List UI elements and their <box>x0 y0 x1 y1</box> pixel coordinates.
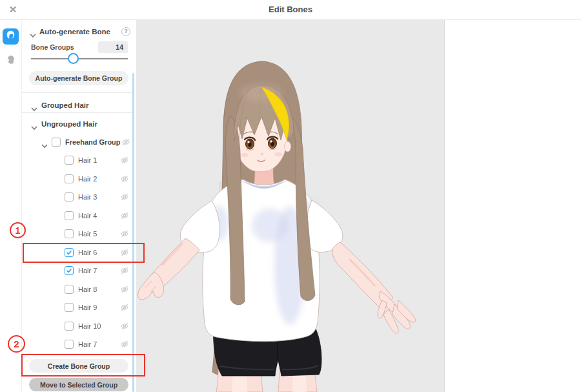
checkbox[interactable] <box>65 248 74 257</box>
properties-panel-empty <box>444 20 581 392</box>
ungrouped-hair-section[interactable]: Ungrouped Hair <box>31 117 130 131</box>
checkbox[interactable] <box>65 174 74 183</box>
tree-item-label: Hair 2 <box>78 175 97 183</box>
checkbox[interactable] <box>65 229 74 238</box>
bone-groups-row: Bone Groups 14 <box>31 41 128 53</box>
tree-item-label: Hair 9 <box>78 304 97 311</box>
checkbox[interactable] <box>65 322 74 331</box>
checkbox[interactable] <box>52 138 61 147</box>
chevron-down-icon <box>30 29 36 34</box>
divider <box>22 92 134 93</box>
tree-item-label: Hair 4 <box>78 212 97 220</box>
eye-slash-icon[interactable] <box>120 303 129 312</box>
tree-item-freehand-group[interactable]: Freehand Group <box>41 134 130 150</box>
tree-item-label: Hair 8 <box>78 285 97 293</box>
hair-tool-button[interactable] <box>3 28 19 45</box>
checkbox[interactable] <box>65 192 74 201</box>
checkbox[interactable] <box>65 340 74 349</box>
edit-bones-window: Edit Bones ✕ Auto-generate Bone ? Bone G… <box>0 0 581 392</box>
tree-item-label: Hair 6 <box>78 249 97 256</box>
tree-item-label: Hair 1 <box>78 156 97 164</box>
tree-item-hair-7[interactable]: Hair 7 <box>22 335 136 354</box>
slider-thumb[interactable] <box>68 53 79 64</box>
eye-slash-icon[interactable] <box>120 192 129 201</box>
eye-slash-icon[interactable] <box>120 156 129 165</box>
eye-slash-icon[interactable] <box>120 322 129 331</box>
tree-item-hair-1[interactable]: Hair 1 <box>22 151 136 170</box>
section-title: Auto-generate Bone <box>39 28 118 36</box>
chevron-down-icon <box>31 103 37 108</box>
chevron-down-icon <box>31 121 37 127</box>
bone-panel: Auto-generate Bone ? Bone Groups 14 Auto… <box>22 20 136 392</box>
tree-item-label: Hair 10 <box>78 322 101 330</box>
tree-item-label: Freehand Group <box>65 138 121 146</box>
tree-item-hair-4[interactable]: Hair 4 <box>22 207 136 225</box>
create-bone-group-button[interactable]: Create Bone Group <box>29 359 128 373</box>
tree-item-hair-2[interactable]: Hair 2 <box>22 170 136 189</box>
grouped-hair-section[interactable]: Grouped Hair <box>31 98 130 112</box>
face-tool-button[interactable] <box>3 53 19 69</box>
eye-slash-icon[interactable] <box>120 340 129 349</box>
tree-item-label: Hair 7 <box>78 267 97 274</box>
tree-item-hair-8[interactable]: Hair 8 <box>22 280 136 299</box>
bone-groups-value[interactable]: 14 <box>98 41 128 53</box>
3d-viewport[interactable] <box>136 20 444 392</box>
tree-item-label: Hair 7 <box>78 340 97 348</box>
page-title: Edit Bones <box>0 0 581 19</box>
panel-scrollbar[interactable] <box>132 73 134 392</box>
help-icon[interactable]: ? <box>121 27 130 36</box>
section-title: Grouped Hair <box>41 101 88 109</box>
checkbox[interactable] <box>65 285 74 294</box>
window-header: Edit Bones ✕ <box>0 0 581 20</box>
tree-item-hair-6[interactable]: Hair 6 <box>22 243 136 262</box>
auto-generate-section-header[interactable]: Auto-generate Bone ? <box>30 26 130 37</box>
divider <box>22 112 134 113</box>
eye-slash-icon[interactable] <box>120 248 129 257</box>
checkbox[interactable] <box>65 156 74 165</box>
tree-item-hair-5[interactable]: Hair 5 <box>22 225 136 243</box>
hair-icon <box>5 30 16 43</box>
tree-item-hair-7[interactable]: Hair 7 <box>22 262 136 280</box>
slider-track <box>31 58 128 59</box>
eye-slash-icon[interactable] <box>120 266 129 275</box>
auto-generate-bone-group-button[interactable]: Auto-generate Bone Group <box>29 71 128 85</box>
eye-slash-icon[interactable] <box>121 138 130 147</box>
hair-item-list: Hair 1Hair 2Hair 3Hair 4Hair 5Hair 6Hair… <box>22 151 136 354</box>
tree-item-label: Hair 3 <box>78 193 97 201</box>
close-icon[interactable]: ✕ <box>6 0 20 19</box>
checkbox[interactable] <box>65 303 74 312</box>
chevron-down-icon <box>41 139 48 145</box>
tree-item-hair-10[interactable]: Hair 10 <box>22 317 136 336</box>
tool-rail <box>0 20 22 392</box>
eye-slash-icon[interactable] <box>120 229 129 238</box>
eye-slash-icon[interactable] <box>120 174 129 183</box>
move-to-selected-group-button[interactable]: Move to Selected Group <box>29 378 128 391</box>
eye-slash-icon[interactable] <box>120 211 129 220</box>
bone-groups-label: Bone Groups <box>31 43 98 51</box>
tree-item-hair-9[interactable]: Hair 9 <box>22 298 136 317</box>
character-model <box>136 20 444 392</box>
tree-item-hair-3[interactable]: Hair 3 <box>22 188 136 207</box>
checkbox[interactable] <box>65 266 74 275</box>
section-title: Ungrouped Hair <box>41 120 97 128</box>
tree-item-label: Hair 5 <box>78 230 97 238</box>
eye-slash-icon[interactable] <box>120 285 129 294</box>
face-icon <box>5 54 16 68</box>
checkbox[interactable] <box>65 211 74 220</box>
bone-groups-slider[interactable] <box>31 52 128 65</box>
